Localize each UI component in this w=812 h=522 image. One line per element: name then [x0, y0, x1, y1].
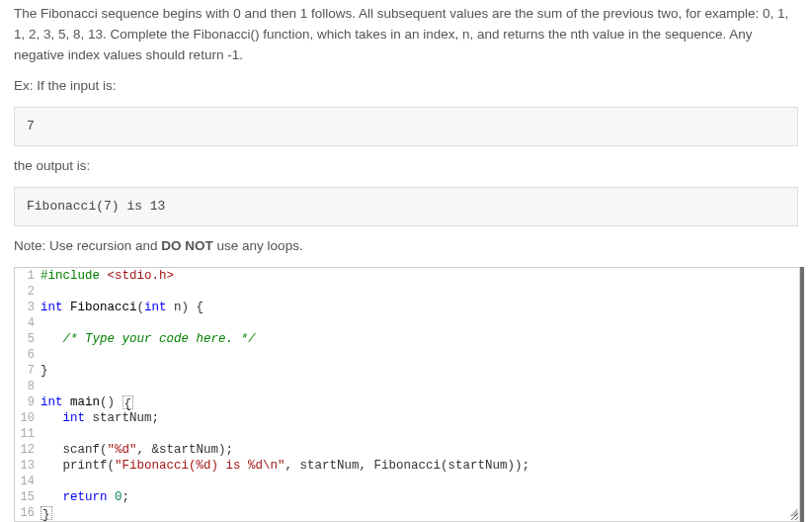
code-line[interactable]: 14 [15, 474, 799, 489]
line-content[interactable] [41, 284, 48, 300]
example-input-label: Ex: If the input is: [14, 76, 798, 97]
line-number: 9 [15, 394, 41, 410]
line-number: 15 [15, 489, 41, 505]
code-line[interactable]: 9int main() { [15, 394, 799, 410]
code-line[interactable]: 10 int startNum; [15, 410, 799, 426]
code-line[interactable]: 7} [15, 363, 799, 379]
note-line: Note: Use recursion and DO NOT use any l… [14, 236, 798, 257]
resize-handle-icon[interactable]: ◢ [789, 503, 797, 519]
line-content[interactable] [41, 379, 48, 394]
line-content[interactable]: printf("Fibonacci(%d) is %d\n", startNum… [41, 458, 529, 474]
code-line[interactable]: 16} [15, 505, 799, 521]
code-line[interactable]: 11 [15, 426, 799, 442]
line-content[interactable] [41, 426, 48, 442]
line-number: 12 [15, 442, 41, 458]
line-number: 16 [15, 505, 41, 521]
note-prefix: Note: Use recursion and [14, 238, 161, 253]
note-bold: DO NOT [161, 238, 213, 253]
line-content[interactable]: scanf("%d", &startNum); [41, 442, 233, 458]
code-line[interactable]: 1#include <stdio.h> [15, 268, 799, 284]
example-output-label: the output is: [14, 156, 798, 177]
code-line[interactable]: 12 scanf("%d", &startNum); [15, 442, 799, 458]
code-line[interactable]: 8 [15, 379, 799, 394]
line-number: 5 [15, 331, 41, 347]
line-content[interactable] [41, 315, 48, 331]
line-content[interactable]: } [41, 505, 52, 521]
code-line[interactable]: 13 printf("Fibonacci(%d) is %d\n", start… [15, 458, 799, 474]
example-input-box: 7 [14, 107, 798, 146]
line-number: 11 [15, 426, 41, 442]
line-number: 14 [15, 474, 41, 489]
code-editor-wrap: 1#include <stdio.h>2 3int Fibonacci(int … [14, 267, 804, 522]
line-content[interactable]: int startNum; [41, 410, 159, 426]
note-suffix: use any loops. [213, 238, 303, 253]
problem-statement: The Fibonacci sequence begins with 0 and… [14, 4, 798, 257]
code-line[interactable]: 6 [15, 347, 799, 363]
line-number: 13 [15, 458, 41, 474]
line-content[interactable]: #include <stdio.h> [41, 268, 174, 284]
line-content[interactable]: int main() { [41, 394, 133, 410]
code-line[interactable]: 5 /* Type your code here. */ [15, 331, 799, 347]
code-editor[interactable]: 1#include <stdio.h>2 3int Fibonacci(int … [14, 267, 800, 522]
line-content[interactable]: int Fibonacci(int n) { [41, 300, 203, 315]
prompt-paragraph: The Fibonacci sequence begins with 0 and… [14, 4, 798, 66]
line-number: 7 [15, 363, 41, 379]
code-line[interactable]: 4 [15, 315, 799, 331]
line-number: 8 [15, 379, 41, 394]
line-number: 1 [15, 268, 41, 284]
line-content[interactable] [41, 474, 48, 489]
code-line[interactable]: 2 [15, 284, 799, 300]
line-number: 4 [15, 315, 41, 331]
line-content[interactable] [41, 347, 48, 363]
example-output-box: Fibonacci(7) is 13 [14, 187, 798, 226]
line-number: 10 [15, 410, 41, 426]
code-line[interactable]: 3int Fibonacci(int n) { [15, 300, 799, 315]
line-number: 3 [15, 300, 41, 315]
line-number: 2 [15, 284, 41, 300]
line-content[interactable]: /* Type your code here. */ [41, 331, 256, 347]
line-content[interactable]: } [41, 363, 48, 379]
line-number: 6 [15, 347, 41, 363]
line-content[interactable]: return 0; [41, 489, 129, 505]
code-line[interactable]: 15 return 0; [15, 489, 799, 505]
